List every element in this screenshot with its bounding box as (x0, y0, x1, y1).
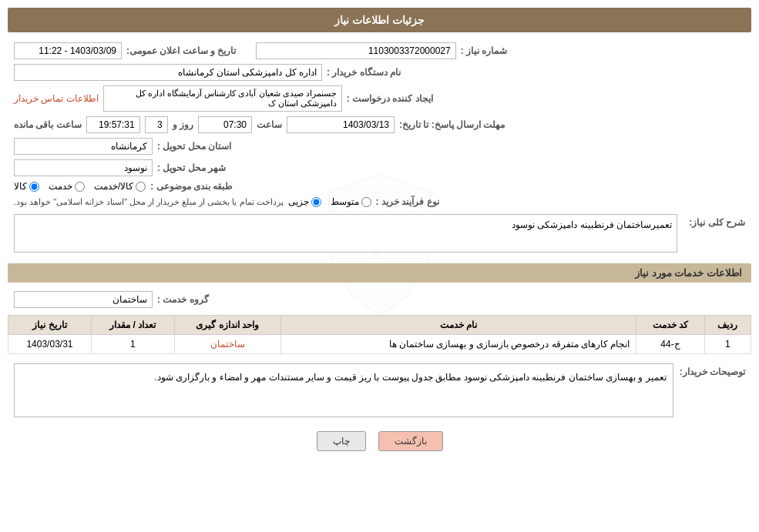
category-label: طبقه بندی موضوعی : (150, 181, 233, 192)
row1-date: 1403/03/31 (8, 335, 92, 354)
service-table: ردیف کد خدمت نام خدمت واحد اندازه گیری ت… (8, 315, 751, 354)
main-title: جزئیات اطلاعات نیاز (8, 8, 751, 32)
buyer-org-value: اداره کل دامپزشکی استان کرمانشاه (14, 64, 322, 81)
contact-link[interactable]: اطلاعات تماس خریدار (14, 93, 99, 104)
radio-kala[interactable]: کالا (14, 181, 39, 192)
section-title: اطلاعات خدمات مورد نیاز (8, 263, 751, 283)
service-group-label: گروه خدمت : (157, 294, 209, 305)
col-count: تعداد / مقدار (91, 316, 174, 335)
col-code: کد خدمت (636, 316, 705, 335)
col-name: نام خدمت (280, 316, 636, 335)
deadline-days-value: 3 (145, 116, 168, 133)
purchase-note: پرداخت تمام یا بخشی از مبلغ خریدار از مح… (14, 197, 284, 207)
col-rd: ردیف (704, 316, 751, 335)
row1-rd: 1 (704, 335, 751, 354)
created-by-value: جسنمراد صیدی شعبان آبادی کارشناس آزمایشگ… (103, 85, 342, 112)
button-row: بازگشت چاپ (8, 431, 751, 451)
buyer-notes-box: تعمیر و بهسازی ساختمان فرنطبینه دامپزشکی… (14, 363, 673, 417)
row1-count: 1 (91, 335, 174, 354)
remain-label: ساعت باقی مانده (14, 119, 82, 130)
announce-date-label: تاریخ و ساعت اعلان عمومی: (126, 45, 236, 56)
need-number-value: 1103003372000027 (256, 42, 456, 59)
back-button[interactable]: بازگشت (378, 431, 443, 451)
radio-mottavasit[interactable]: متوسط (331, 196, 371, 207)
col-unit: واحد اندازه گیری (174, 316, 280, 335)
row1-name: انجام کارهای متفرقه درخصوص بازسازی و بهس… (280, 335, 636, 354)
time-label: ساعت (257, 119, 282, 130)
deadline-date-value: 1403/03/13 (287, 116, 395, 133)
deadline-label: مهلت ارسال پاسخ: تا تاریخ: (399, 119, 505, 130)
days-label: روز و (173, 119, 193, 130)
service-group-value: ساختمان (14, 291, 153, 308)
announce-date-value: 1403/03/09 - 11:22 (14, 42, 122, 59)
city-label: شهر محل تحویل : (157, 162, 226, 173)
need-description-label: شرح کلی نیاز: (683, 214, 745, 228)
category-radio-group: کالا/خدمت خدمت کالا (14, 181, 146, 192)
deadline-time-value: 07:30 (198, 116, 252, 133)
row1-unit: ساختمان (174, 335, 280, 354)
city-value: نوسود (14, 159, 153, 176)
created-by-label: ایجاد کننده درخواست : (347, 93, 433, 104)
buyer-org-label: نام دستگاه خریدار : (327, 67, 401, 78)
purchase-type-radio-group: متوسط جزیی (288, 196, 371, 207)
need-number-label: شماره نیاز : (461, 45, 508, 56)
row1-code: ج-44 (636, 335, 705, 354)
need-description-box: تعمیرساختمان فرنطبینه دامپزشکی نوسود (14, 214, 677, 253)
radio-kala-khadamat[interactable]: کالا/خدمت (94, 181, 146, 192)
radio-khadamat[interactable]: خدمت (49, 181, 85, 192)
table-row: 1 ج-44 انجام کارهای متفرقه درخصوص بازساز… (8, 335, 751, 354)
province-label: استان محل تحویل : (157, 141, 231, 152)
col-date: تاریخ نیاز (8, 316, 92, 335)
buyer-notes-label: توصیحات خریدار: (680, 363, 745, 377)
radio-jazii[interactable]: جزیی (288, 196, 321, 207)
deadline-time2-value: 19:57:31 (86, 116, 140, 133)
province-value: کرمانشاه (14, 138, 153, 155)
print-button[interactable]: چاپ (317, 431, 366, 451)
purchase-type-label: نوع فرآیند خرید : (376, 196, 439, 207)
